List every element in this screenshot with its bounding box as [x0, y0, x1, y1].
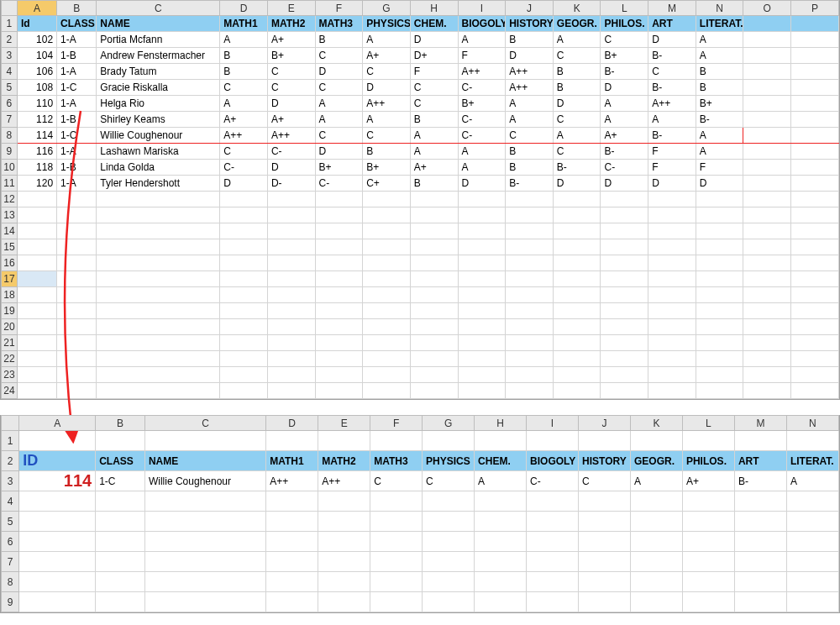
data-cell[interactable]: 112: [17, 112, 56, 128]
empty-cell[interactable]: [363, 319, 411, 335]
data-cell[interactable]: C: [370, 471, 423, 491]
data-cell[interactable]: B: [220, 64, 268, 80]
header-cell[interactable]: CHEM.: [475, 451, 527, 471]
data-cell[interactable]: C: [553, 144, 601, 160]
column-header-J[interactable]: J: [506, 1, 554, 16]
empty-cell[interactable]: [601, 367, 648, 383]
empty-cell[interactable]: [553, 383, 601, 399]
empty-cell[interactable]: [648, 255, 696, 271]
empty-cell[interactable]: [144, 592, 265, 612]
empty-cell[interactable]: [267, 383, 315, 399]
data-cell[interactable]: B: [696, 80, 743, 96]
empty-cell[interactable]: [17, 383, 56, 399]
empty-cell[interactable]: [791, 367, 839, 383]
data-cell[interactable]: B: [506, 32, 554, 48]
data-cell[interactable]: [743, 64, 791, 80]
empty-cell[interactable]: [458, 192, 506, 207]
data-cell[interactable]: A: [220, 32, 268, 48]
empty-cell[interactable]: [315, 207, 363, 223]
empty-cell[interactable]: [734, 431, 786, 451]
empty-cell[interactable]: [17, 287, 56, 303]
data-cell[interactable]: B-: [648, 128, 696, 144]
data-cell[interactable]: [791, 160, 839, 176]
data-cell[interactable]: 120: [17, 176, 56, 192]
data-cell[interactable]: C: [410, 80, 458, 96]
empty-cell[interactable]: [315, 271, 363, 287]
data-cell[interactable]: B: [553, 64, 601, 80]
empty-cell[interactable]: [601, 335, 648, 351]
data-cell[interactable]: Willie Coughenour: [97, 128, 220, 144]
empty-cell[interactable]: [696, 335, 743, 351]
data-cell[interactable]: D: [220, 176, 268, 192]
empty-cell[interactable]: [648, 271, 696, 287]
data-cell[interactable]: D+: [410, 48, 458, 64]
empty-cell[interactable]: [648, 223, 696, 239]
empty-cell[interactable]: [96, 532, 145, 552]
empty-cell[interactable]: [96, 572, 145, 592]
empty-cell[interactable]: [267, 303, 315, 319]
header-cell[interactable]: PHYSICS: [363, 16, 411, 32]
empty-cell[interactable]: [601, 287, 648, 303]
row-header-7[interactable]: 7: [2, 112, 18, 128]
spreadsheet-top[interactable]: ABCDEFGHIJKLMNOP 1IdCLASSNAMEMATH1MATH2M…: [0, 0, 840, 400]
spreadsheet-bottom[interactable]: ABCDEFGHIJKLMN 12IDCLASSNAMEMATH1MATH2MA…: [0, 415, 840, 613]
data-cell[interactable]: C-: [458, 80, 506, 96]
column-header-L[interactable]: L: [601, 1, 648, 16]
data-cell[interactable]: [791, 32, 839, 48]
data-cell[interactable]: B+: [363, 160, 411, 176]
empty-cell[interactable]: [410, 192, 458, 207]
data-cell[interactable]: A+: [267, 32, 315, 48]
empty-cell[interactable]: [318, 532, 370, 552]
data-cell[interactable]: B+: [601, 48, 648, 64]
empty-cell[interactable]: [506, 303, 554, 319]
empty-cell[interactable]: [696, 319, 743, 335]
empty-cell[interactable]: [144, 552, 265, 572]
header-cell[interactable]: BIOGOLY: [458, 16, 506, 32]
empty-cell[interactable]: [601, 207, 648, 223]
empty-cell[interactable]: [506, 192, 554, 207]
empty-cell[interactable]: [266, 431, 318, 451]
empty-cell[interactable]: [17, 255, 56, 271]
empty-cell[interactable]: [506, 319, 554, 335]
data-cell[interactable]: C: [267, 80, 315, 96]
empty-cell[interactable]: [423, 592, 475, 612]
data-cell[interactable]: C: [315, 80, 363, 96]
data-cell[interactable]: B: [410, 112, 458, 128]
data-cell[interactable]: A: [220, 96, 268, 112]
data-cell[interactable]: B-: [734, 471, 786, 491]
data-cell[interactable]: Shirley Keams: [97, 112, 220, 128]
data-cell[interactable]: A: [363, 32, 411, 48]
empty-cell[interactable]: [553, 207, 601, 223]
header-cell[interactable]: CHEM.: [410, 16, 458, 32]
empty-cell[interactable]: [267, 287, 315, 303]
empty-cell[interactable]: [506, 367, 554, 383]
data-cell[interactable]: C: [220, 144, 268, 160]
column-header-L[interactable]: L: [682, 416, 734, 431]
data-cell[interactable]: C: [363, 128, 411, 144]
data-cell[interactable]: Andrew Fenstermacher: [97, 48, 220, 64]
data-cell[interactable]: [791, 144, 839, 160]
empty-cell[interactable]: [315, 367, 363, 383]
data-cell[interactable]: C: [220, 80, 268, 96]
data-cell[interactable]: A: [630, 471, 682, 491]
empty-cell[interactable]: [57, 207, 97, 223]
empty-cell[interactable]: [734, 512, 786, 532]
empty-cell[interactable]: [57, 335, 97, 351]
empty-cell[interactable]: [370, 572, 423, 592]
data-cell[interactable]: A++: [458, 64, 506, 80]
column-header-E[interactable]: E: [267, 1, 315, 16]
empty-cell[interactable]: [266, 552, 318, 572]
header-cell[interactable]: NAME: [144, 451, 265, 471]
column-header-M[interactable]: M: [734, 416, 786, 431]
empty-cell[interactable]: [630, 512, 682, 532]
empty-cell[interactable]: [696, 207, 743, 223]
empty-cell[interactable]: [458, 367, 506, 383]
data-cell[interactable]: C: [601, 32, 648, 48]
empty-cell[interactable]: [553, 271, 601, 287]
header-cell[interactable]: BIOGOLY: [527, 451, 579, 471]
row-header-1[interactable]: 1: [2, 16, 18, 32]
empty-cell[interactable]: [220, 303, 268, 319]
data-cell[interactable]: 1-A: [57, 32, 97, 48]
data-cell[interactable]: B+: [315, 160, 363, 176]
header-cell[interactable]: MATH1: [220, 16, 268, 32]
